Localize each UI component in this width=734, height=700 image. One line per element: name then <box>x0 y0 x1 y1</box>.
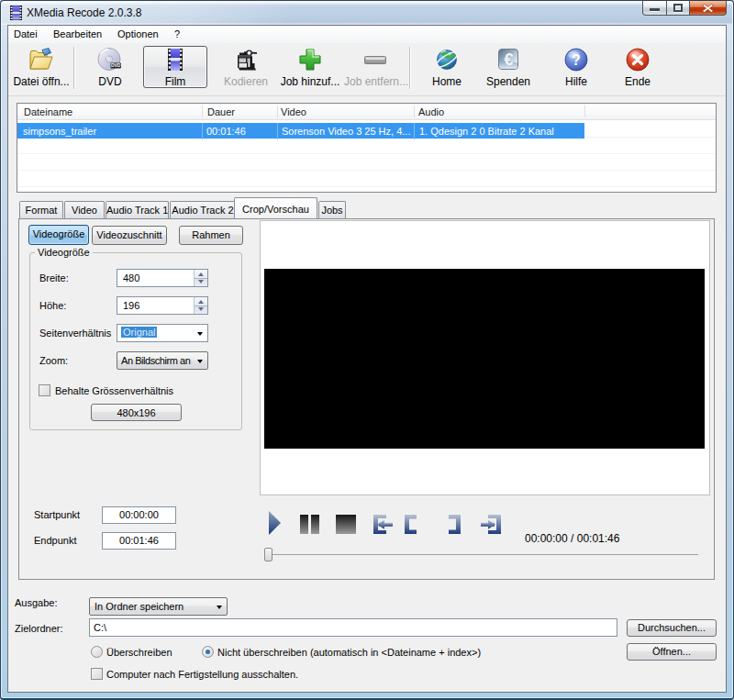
svg-text:?: ? <box>572 52 581 68</box>
svg-text:€: € <box>504 50 513 69</box>
svg-text:DVD: DVD <box>111 62 121 68</box>
